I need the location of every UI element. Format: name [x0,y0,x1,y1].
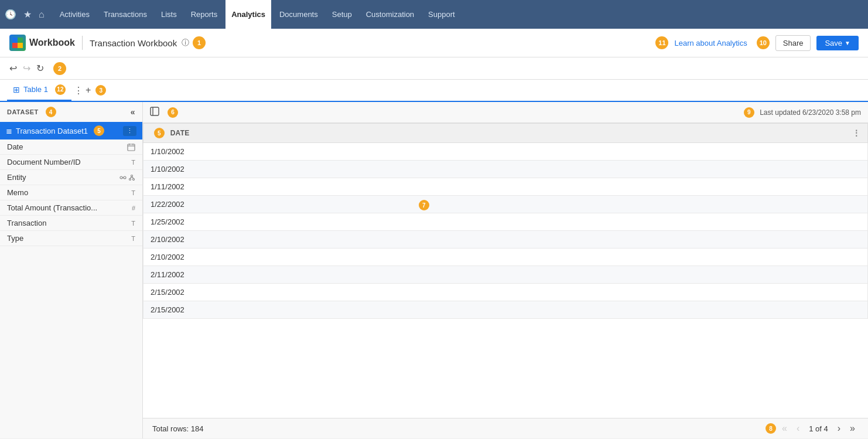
data-footer: Total rows: 184 8 « ‹ 1 of 4 › » [143,418,868,438]
last-page-icon: » [850,423,855,433]
tab-menu-icon[interactable]: ⋮ [74,85,83,96]
refresh-button[interactable]: ↻ [36,63,44,74]
first-page-button[interactable]: « [778,422,791,435]
pagination: 8 « ‹ 1 of 4 › » [762,422,859,435]
field-entity-label: Entity [7,173,119,182]
save-caret-icon: ▼ [845,40,850,46]
svg-point-12 [129,178,131,180]
svg-point-11 [131,175,133,176]
field-date-type [127,143,135,151]
total-rows-label: Total rows: 184 [152,424,203,433]
field-docnumber[interactable]: Document Number/ID T [0,155,142,170]
field-totalamount-label: Total Amount (Transactio... [7,203,132,212]
nav-documents[interactable]: Documents [274,0,324,29]
last-page-button[interactable]: » [846,422,859,435]
nav-icon-group: 🕓 ★ ⌂ [5,9,45,20]
dataset-name: Transaction Dataset1 [16,127,88,135]
cell-date: 1/11/2002 [143,178,868,196]
data-toolbar: 6 9 Last updated 6/23/2020 3:58 pm [143,102,868,123]
cell-date: 1/25/2002 [143,213,868,231]
cell-date: 1/10/2002 [143,161,868,178]
badge-6: 6 [168,107,178,118]
svg-rect-1 [18,38,23,43]
data-area: 6 9 Last updated 6/23/2020 3:58 pm 5 DA [143,102,868,438]
field-transaction-type: T [131,220,135,227]
dataset-item[interactable]: ≣ Transaction Dataset1 5 ⋮ [0,122,142,139]
badge-9: 9 [744,107,754,118]
home-icon[interactable]: ⌂ [39,9,45,20]
nav-customization[interactable]: Customization [360,0,420,29]
badge-10: 10 [757,36,770,49]
learn-link[interactable]: Learn about Analytics [674,39,747,47]
col-menu-icon[interactable]: ⋮ [852,128,860,138]
badge-2: 2 [53,62,66,75]
first-page-icon: « [782,423,787,433]
sidebar-header: DATASET 4 « [0,102,142,122]
prev-page-icon: ‹ [797,423,799,433]
field-totalamount-type: # [132,205,135,212]
field-totalamount[interactable]: Total Amount (Transactio... # [0,200,142,216]
field-entity[interactable]: Entity [0,170,142,185]
cell-date: 2/10/2002 [143,231,868,249]
cell-date: 2/15/2002 [143,284,868,301]
add-tab-button[interactable]: + 3 [86,85,106,96]
field-memo-type: T [131,189,135,196]
tab-table1[interactable]: ⊞ Table 1 12 [7,79,71,101]
table-row: 1/10/2002 [143,161,868,178]
share-button[interactable]: Share [775,35,811,51]
nav-activities[interactable]: Activities [54,0,95,29]
field-memo[interactable]: Memo T [0,185,142,200]
field-memo-label: Memo [7,188,131,197]
svg-rect-4 [128,144,135,151]
plus-icon: + [86,85,91,96]
header-divider [82,36,83,50]
workbook-label: Workbook [29,38,75,48]
nav-support[interactable]: Support [422,0,461,29]
sidebar: DATASET 4 « ≣ Transaction Dataset1 5 ⋮ D… [0,102,143,438]
dataset-icon: ≣ [6,127,12,135]
field-type[interactable]: Type T [0,231,142,246]
nav-analytics[interactable]: Analytics [225,0,271,29]
field-date-label: Date [7,142,127,151]
collapse-button[interactable]: « [131,107,135,117]
nav-lists[interactable]: Lists [155,0,183,29]
badge-5-col: 5 [154,128,165,138]
field-docnumber-type: T [131,159,135,166]
undo-button[interactable]: ↩ [9,63,17,74]
table-grid-icon: ⊞ [13,85,20,94]
save-button[interactable]: Save ▼ [816,36,859,50]
dataset-menu-button[interactable]: ⋮ [123,126,136,136]
nav-setup[interactable]: Setup [326,0,358,29]
dataset-ref-icon[interactable] [150,107,159,118]
data-toolbar-left: 6 [150,107,178,118]
top-nav: 🕓 ★ ⌂ Activities Transactions Lists Repo… [0,0,868,29]
cell-date: 1/10/2002 [143,143,868,161]
next-page-icon: › [838,423,840,433]
dataset-label: DATASET [7,108,39,115]
field-type-label: Type [7,234,131,243]
svg-rect-3 [18,43,23,48]
history-icon[interactable]: 🕓 [5,9,16,20]
table-row: 2/10/2002 [143,249,868,266]
table-row: 2/11/2002 [143,266,868,284]
field-transaction[interactable]: Transaction T [0,216,142,231]
table-row: 1/11/2002 [143,178,868,196]
prev-page-button[interactable]: ‹ [793,422,803,435]
next-page-button[interactable]: › [834,422,844,435]
info-icon[interactable]: ⓘ [182,38,189,48]
redo-button[interactable]: ↪ [23,63,30,74]
col-date-header: 5 DATE ⋮ [143,124,868,143]
badge-4: 4 [46,107,56,117]
field-transaction-label: Transaction [7,219,131,227]
cell-date: 2/15/2002 [143,301,868,319]
nav-transactions[interactable]: Transactions [98,0,153,29]
nav-reports[interactable]: Reports [185,0,224,29]
star-icon[interactable]: ★ [23,9,32,20]
cell-date: 2/10/2002 [143,249,868,266]
main-content: DATASET 4 « ≣ Transaction Dataset1 5 ⋮ D… [0,102,868,438]
field-type-type: T [131,235,135,242]
tab-label: Table 1 [23,85,48,94]
col-date-label: DATE [170,129,190,137]
badge-12: 12 [55,84,66,95]
field-date[interactable]: Date [0,139,142,155]
